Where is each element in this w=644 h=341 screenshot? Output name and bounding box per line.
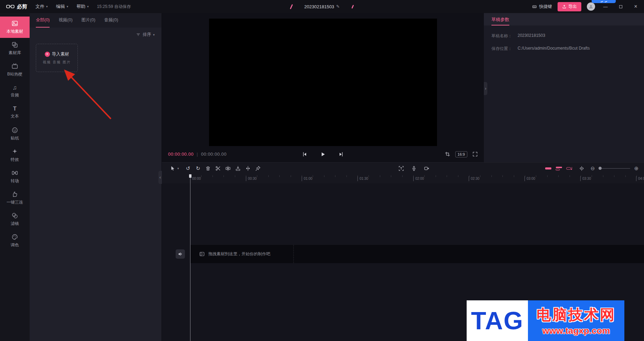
playhead[interactable]	[190, 174, 190, 341]
chevron-down-icon: ▾	[177, 167, 179, 170]
export-button[interactable]: 导出	[558, 2, 581, 11]
watermark-site-name: 电脑技术网	[537, 305, 616, 324]
shortcuts-button[interactable]: 快捷键	[532, 4, 552, 10]
sort-control[interactable]: 排序 ▾	[30, 28, 162, 38]
ruler-label: 00:00	[190, 176, 201, 181]
redo-button[interactable]: ↻	[193, 164, 203, 173]
sticker-icon	[11, 127, 18, 134]
fit-timeline-icon[interactable]	[577, 164, 587, 173]
keyboard-icon	[532, 4, 537, 9]
track-mute-button[interactable]	[176, 249, 185, 259]
pin-button[interactable]	[253, 164, 263, 173]
titlebar: 必剪 文件▾ 编辑▾ 帮助▾ 15:25:59 自动保存 20230218150…	[0, 0, 644, 13]
audio-track-toggle-icon[interactable]	[566, 166, 573, 171]
fullscreen-icon[interactable]	[472, 152, 478, 157]
prev-frame-button[interactable]	[300, 150, 310, 159]
menu-file[interactable]: 文件▾	[35, 3, 48, 10]
aspect-ratio-button[interactable]: 16:9	[455, 151, 467, 157]
total-time: 00:00:00.00	[201, 152, 227, 157]
draft-name-label: 草稿名称：	[491, 33, 515, 39]
chevron-down-icon: ▾	[87, 5, 89, 8]
timeline-ruler[interactable]: 00:00 00:30 01:00 01:30 02:00 02:30 03:0…	[162, 174, 644, 183]
zoom-in-icon[interactable]: ⊕	[634, 165, 638, 172]
thumb-up-icon	[11, 191, 18, 198]
record-camera-button[interactable]	[422, 164, 432, 173]
sidebar-item-effects[interactable]: 特效	[0, 145, 30, 166]
sparkle-icon	[11, 148, 18, 155]
sidebar-item-stickers[interactable]: 贴纸	[0, 123, 30, 145]
text-icon: T	[13, 106, 17, 112]
insert-to-track-button[interactable]	[233, 164, 243, 173]
microphone-button[interactable]	[409, 164, 419, 173]
undo-button[interactable]: ↺	[183, 164, 193, 173]
maximize-icon	[619, 5, 622, 8]
local-material-icon	[11, 20, 18, 27]
video-preview	[209, 19, 437, 146]
decor-slash-right	[351, 4, 354, 8]
chevron-down-icon: ▾	[46, 5, 48, 8]
play-button[interactable]	[318, 150, 328, 159]
sidebar-item-filters[interactable]: 滤镜	[0, 209, 30, 230]
main-track[interactable]: 拖拽素材到这里，开始你的制作吧	[190, 245, 644, 263]
sidebar-item-color[interactable]: 调色	[0, 230, 30, 251]
clip-icon	[199, 251, 205, 257]
minimize-button[interactable]: —	[601, 4, 610, 9]
menu-edit[interactable]: 编辑▾	[56, 3, 69, 10]
sidebar-item-text[interactable]: T 文本	[0, 102, 30, 123]
app-logo: 必剪	[6, 3, 27, 10]
delete-button[interactable]	[203, 164, 213, 173]
tab-all[interactable]: 全部(0)	[36, 13, 50, 28]
material-tabs: 全部(0) 视频(0) 图片(0) 音频(0)	[30, 13, 162, 28]
sidebar-item-library[interactable]: 素材库	[0, 38, 30, 59]
cut-button[interactable]	[213, 164, 223, 173]
save-path-row: 保存位置： C:/Users/admin/Documents/Bcut Draf…	[491, 46, 636, 52]
pip-track-toggle-icon[interactable]	[555, 166, 562, 171]
next-frame-button[interactable]	[336, 150, 346, 159]
tab-video[interactable]: 视频(0)	[59, 13, 72, 28]
chevron-down-icon: ▾	[67, 5, 69, 8]
sidebar-item-local-material[interactable]: 本地素材	[0, 17, 30, 38]
tab-audio[interactable]: 音频(0)	[104, 13, 118, 28]
split-button[interactable]	[223, 164, 233, 173]
decor-slash-left	[290, 4, 293, 9]
rename-icon[interactable]: ✎	[336, 4, 340, 9]
collapse-draft-panel-handle[interactable]: ›	[484, 82, 487, 95]
zoom-out-icon[interactable]: ⊖	[591, 165, 595, 172]
partial-blue-badge[interactable]	[592, 0, 616, 3]
sidebar-item-audio[interactable]: ♫ 音频	[0, 81, 30, 102]
sidebar-item-bilibili-memes[interactable]: B站热梗	[0, 59, 30, 81]
close-button[interactable]: ×	[631, 3, 641, 10]
menu-help[interactable]: 帮助▾	[76, 3, 89, 10]
text-recognition-button[interactable]	[396, 164, 406, 173]
current-time: 00:00:00.00	[168, 152, 194, 157]
doc-title: 202302181503	[304, 4, 334, 9]
timeline-zoom-slider[interactable]	[599, 168, 630, 169]
main-track-toggle-icon[interactable]	[545, 166, 552, 171]
crop-icon[interactable]	[445, 152, 450, 157]
tab-picture[interactable]: 图片(0)	[82, 13, 95, 28]
draft-name-value: 202302181503	[518, 33, 545, 39]
maximize-button[interactable]	[616, 4, 625, 9]
user-avatar[interactable]	[587, 2, 595, 11]
slider-knob[interactable]	[599, 167, 602, 170]
mirror-button[interactable]	[243, 164, 253, 173]
watermark-logo: TAG	[467, 300, 528, 341]
ruler-label: 01:00	[302, 176, 312, 181]
watermark-site-url: www.tagxp.com	[542, 326, 610, 336]
import-title: 导入素材	[52, 51, 69, 57]
ruler-label: 02:30	[469, 176, 479, 181]
timeline-toolbar: ▾ ↺ ↻	[162, 163, 644, 174]
bcut-logo-icon	[6, 4, 14, 9]
draft-params-panel: 草稿参数 草稿名称： 202302181503 保存位置： C:/Users/a…	[484, 13, 644, 162]
ruler-label: 04:00	[636, 176, 644, 181]
cursor-icon	[167, 164, 177, 173]
select-tool-dropdown[interactable]: ▾	[167, 164, 179, 173]
import-material-card[interactable]: + 导入素材 视频 音频 图片	[36, 44, 78, 72]
library-icon	[11, 41, 18, 48]
ruler-label: 02:00	[413, 176, 424, 181]
playhead-handle[interactable]	[189, 174, 191, 178]
collapse-panel-handle[interactable]: ‹	[158, 171, 162, 184]
track-drop-hint: 拖拽素材到这里，开始你的制作吧	[190, 245, 294, 263]
sidebar-item-transitions[interactable]: 转场	[0, 166, 30, 187]
sidebar-item-triple-like[interactable]: 一键三连	[0, 187, 30, 209]
